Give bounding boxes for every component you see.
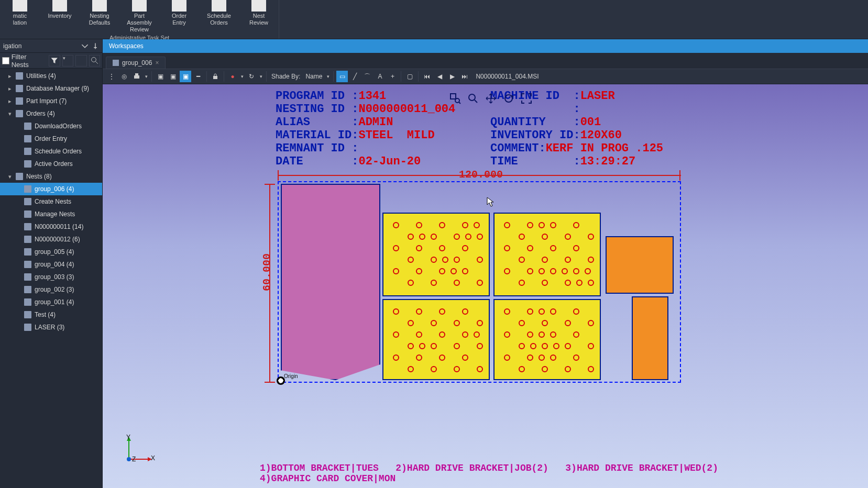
- tree-item[interactable]: ▸ DownloadOrders: [0, 120, 102, 132]
- filter-box-icon[interactable]: [75, 55, 86, 66]
- tree-item-label: N000000012 (6): [35, 236, 80, 243]
- folder-icon: [24, 148, 31, 155]
- tree-item[interactable]: ▸ Manage Nests: [0, 208, 102, 220]
- height-dim-tick-bottom: [265, 382, 275, 383]
- tree-item[interactable]: ▸ Database Manager (9): [0, 82, 102, 95]
- arc-tool-icon[interactable]: ⌒: [361, 71, 373, 82]
- line-icon[interactable]: ━: [192, 71, 204, 82]
- tree-item[interactable]: ▸ Part Import (7): [0, 95, 102, 107]
- folder-icon: [16, 97, 23, 105]
- navigation-title: igation: [3, 42, 21, 50]
- nest-canvas[interactable]: PROGRAM ID :1341NESTING ID :N000000011_0…: [103, 84, 868, 488]
- workspaces-tab[interactable]: Workspaces: [103, 39, 868, 53]
- tree-item[interactable]: ▸ N000000012 (6): [0, 233, 102, 246]
- part-hard-drive-bracket-3[interactable]: [382, 299, 490, 380]
- navigation-header: igation: [0, 39, 102, 53]
- close-icon[interactable]: ×: [155, 59, 159, 66]
- shade-by-label: Shade By:: [271, 73, 300, 80]
- chevron-down-icon[interactable]: [81, 42, 89, 50]
- ribbon-button-3[interactable]: Part Assembly Review: [123, 0, 156, 34]
- document-tab[interactable]: group_006 ×: [106, 57, 166, 69]
- cursor-icon: [487, 197, 494, 207]
- part-graphic-card-cover-1[interactable]: [606, 236, 674, 294]
- filter-nests-checkbox[interactable]: [2, 57, 9, 64]
- ribbon-button-4[interactable]: Order Entry: [162, 0, 196, 34]
- document-tab-row: group_006 ×: [103, 53, 868, 69]
- tree-item[interactable]: ▸ Test (4): [0, 308, 102, 321]
- expand-icon[interactable]: ▸: [7, 98, 13, 105]
- layer-2-icon[interactable]: ▣: [167, 71, 179, 82]
- tree-item-label: Test (4): [35, 311, 56, 318]
- filter-row: Filter Nests ▾: [0, 53, 102, 69]
- tree-item[interactable]: ▸ group_003 (3): [0, 271, 102, 283]
- tree-item[interactable]: ▸ group_006 (4): [0, 183, 102, 195]
- bounds-icon[interactable]: ▢: [404, 71, 415, 82]
- search-icon[interactable]: [89, 55, 100, 66]
- lock-icon[interactable]: [210, 71, 221, 82]
- tree-item-label: N000000011 (14): [35, 223, 83, 230]
- shade-by-dropdown[interactable]: ▾: [325, 71, 331, 82]
- refresh-icon[interactable]: ↻: [246, 71, 257, 82]
- ribbon-button-0[interactable]: matic lation: [3, 0, 37, 34]
- expand-icon[interactable]: ▸: [7, 73, 13, 80]
- tree-item-label: group_005 (4): [35, 248, 74, 256]
- next-icon[interactable]: ▶: [446, 71, 458, 82]
- ribbon-button-6[interactable]: Nest Review: [242, 0, 276, 34]
- refresh-dropdown[interactable]: ▾: [258, 71, 263, 82]
- folder-icon: [24, 273, 31, 281]
- line-tool-icon[interactable]: ╱: [349, 71, 360, 82]
- point-tool-icon[interactable]: +: [387, 71, 398, 82]
- part-bottom-bracket[interactable]: [281, 184, 380, 380]
- tree-item[interactable]: ▸ Create Nests: [0, 195, 102, 208]
- part-graphic-card-cover-2[interactable]: [632, 296, 668, 380]
- tree-item[interactable]: ▸ group_004 (4): [0, 258, 102, 271]
- tree-item[interactable]: ▸ Order Entry: [0, 132, 102, 145]
- zoom-window-icon[interactable]: [448, 92, 462, 105]
- tree-item[interactable]: ▸ group_002 (3): [0, 283, 102, 296]
- ribbon-button-5[interactable]: Schedule Orders: [202, 0, 236, 34]
- layer-3-icon[interactable]: ▣: [180, 71, 191, 82]
- part-hard-drive-bracket-2[interactable]: [493, 213, 601, 296]
- expand-icon[interactable]: ▸: [7, 85, 13, 92]
- filter-dropdown[interactable]: ▾: [62, 55, 73, 66]
- tree-item[interactable]: ▸ Active Orders: [0, 158, 102, 170]
- part-hard-drive-bracket-1[interactable]: [382, 213, 490, 296]
- tree-item[interactable]: ▸ group_005 (4): [0, 246, 102, 258]
- ribbon-button-2[interactable]: Nesting Defaults: [83, 0, 116, 34]
- tree-item[interactable]: ▸ group_001 (4): [0, 296, 102, 308]
- tree-item[interactable]: ▸ N000000011 (14): [0, 220, 102, 233]
- width-dim-value: 120.000: [459, 169, 503, 181]
- tree-item[interactable]: ▸ Schedule Orders: [0, 145, 102, 158]
- color-dropdown[interactable]: ▾: [239, 71, 245, 82]
- zoom-icon[interactable]: [466, 92, 480, 105]
- layer-1-icon[interactable]: ▣: [155, 71, 166, 82]
- width-dim-tick-left: [278, 170, 279, 181]
- pan-icon[interactable]: [484, 92, 498, 105]
- tree-item[interactable]: ▸ LASER (3): [0, 321, 102, 334]
- expand-icon[interactable]: ▾: [7, 110, 13, 117]
- part-hard-drive-bracket-4[interactable]: [493, 299, 601, 380]
- ribbon-button-1[interactable]: Inventory: [43, 0, 76, 34]
- tree-item[interactable]: ▾ Nests (8): [0, 170, 102, 183]
- select-icon[interactable]: ▭: [336, 71, 348, 82]
- text-tool-icon[interactable]: A: [374, 71, 386, 82]
- first-icon[interactable]: ⏮: [421, 71, 433, 82]
- fit-icon[interactable]: [520, 92, 533, 105]
- pin-icon[interactable]: [92, 42, 99, 50]
- last-icon[interactable]: ⏭: [459, 71, 470, 82]
- svg-point-5: [455, 98, 459, 103]
- rotate-icon[interactable]: [502, 92, 515, 105]
- folder-icon: [24, 210, 31, 218]
- grip-icon[interactable]: ⋮: [106, 71, 117, 82]
- tree-item[interactable]: ▸ Utilities (4): [0, 70, 102, 82]
- filter-icon[interactable]: [49, 55, 60, 66]
- expand-icon[interactable]: ▾: [7, 173, 13, 180]
- ribbon-group-admin: matic lation Inventory Nesting Defaults …: [0, 0, 279, 39]
- tree-item[interactable]: ▾ Orders (4): [0, 107, 102, 120]
- view-tools: [448, 92, 533, 105]
- prev-icon[interactable]: ◀: [434, 71, 445, 82]
- color-icon[interactable]: ●: [227, 71, 238, 82]
- print-icon[interactable]: [131, 71, 142, 82]
- target-icon[interactable]: ◎: [118, 71, 130, 82]
- print-dropdown[interactable]: ▾: [144, 71, 149, 82]
